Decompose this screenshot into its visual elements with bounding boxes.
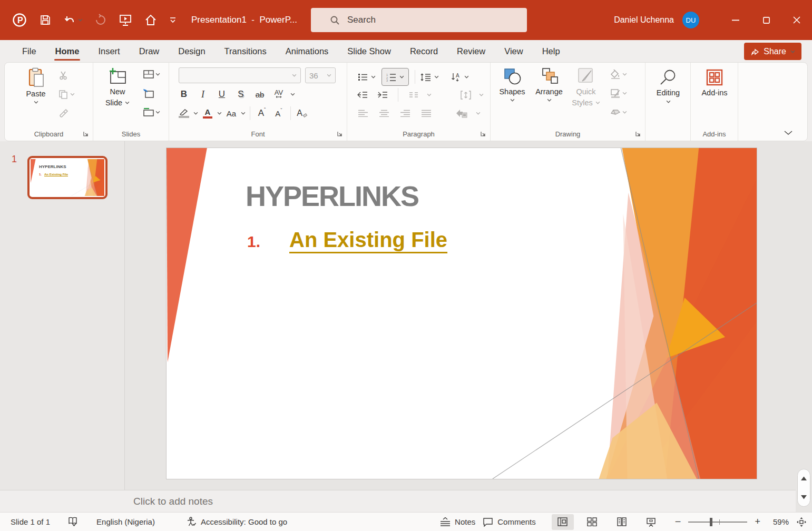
fit-slide-to-window-button[interactable] [796,517,807,527]
powerpoint-logo-icon[interactable]: P [12,12,27,28]
slide-hyperlink[interactable]: An Existing File [289,228,447,252]
align-text-button[interactable] [459,88,473,101]
tab-review[interactable]: Review [449,40,493,62]
tab-transitions[interactable]: Transitions [217,40,274,62]
shape-effects-button[interactable] [609,106,622,119]
increase-indent-button[interactable] [376,88,389,101]
undo-button[interactable] [63,14,83,26]
slideshow-view-button[interactable] [640,514,662,530]
copy-button[interactable] [56,88,70,101]
tab-slide-show[interactable]: Slide Show [340,40,398,62]
minimize-button[interactable] [720,0,751,40]
font-dialog-launcher-icon[interactable] [337,131,343,137]
text-direction-chevron-icon[interactable] [464,75,469,78]
share-button[interactable]: Share [744,43,801,60]
bold-button[interactable]: B [177,87,191,102]
tab-design[interactable]: Design [171,40,212,62]
font-color-chevron-icon[interactable] [217,112,222,115]
user-name[interactable]: Daniel Uchenna [614,15,674,25]
zoom-out-button[interactable]: − [675,516,681,528]
slide-indicator[interactable]: Slide 1 of 1 [11,517,50,526]
section-button[interactable] [142,106,155,119]
reset-slide-button[interactable] [142,87,155,100]
home-icon[interactable] [144,13,158,27]
increase-font-size-button[interactable]: Aˆ [255,106,269,121]
shape-fill-button[interactable] [609,68,622,81]
editing-button[interactable]: Editing [652,64,684,103]
slide-thumbnail[interactable]: HYPERLINKS 1. An Existing File [27,156,107,199]
layout-chevron-icon[interactable] [155,73,160,76]
paragraph-dialog-launcher-icon[interactable] [480,131,486,137]
notes-toggle-button[interactable]: Notes [440,517,475,526]
smartart-chevron-icon[interactable] [476,112,481,115]
paste-button[interactable]: Paste [19,63,52,104]
accessibility-checker[interactable]: Accessibility: Good to go [187,517,287,527]
normal-view-button[interactable] [552,514,574,530]
copy-chevron-icon[interactable] [70,93,75,96]
text-direction-button[interactable]: A [449,71,463,83]
zoom-slider-handle[interactable] [710,518,712,526]
align-center-button[interactable] [377,107,390,120]
spellcheck-button[interactable] [68,517,79,527]
shape-effects-chevron-icon[interactable] [622,111,627,114]
shape-fill-chevron-icon[interactable] [622,73,627,76]
close-button[interactable] [781,0,812,40]
shape-outline-button[interactable] [609,87,622,100]
notes-placeholder[interactable]: Click to add notes [133,496,213,507]
italic-button[interactable]: I [195,87,210,102]
clipboard-dialog-launcher-icon[interactable] [83,131,89,137]
vertical-scrollbar[interactable] [796,141,812,512]
font-name-combobox[interactable] [179,67,301,83]
avatar[interactable]: DU [682,12,699,28]
arrange-button[interactable]: Arrange [532,63,566,102]
bullets-button[interactable] [356,71,369,83]
align-text-chevron-icon[interactable] [479,93,484,96]
tab-home[interactable]: Home [48,40,87,62]
tab-file[interactable]: File [15,40,44,62]
character-spacing-chevron-icon[interactable] [290,93,295,96]
zoom-in-button[interactable]: + [755,516,760,527]
notes-pane[interactable]: Click to add notes [0,490,796,512]
zoom-slider[interactable] [688,518,747,526]
convert-to-smartart-button[interactable] [455,107,468,120]
language-indicator[interactable]: English (Nigeria) [96,517,155,526]
character-spacing-button[interactable]: AV [271,87,286,102]
section-chevron-icon[interactable] [155,111,160,114]
align-left-button[interactable] [356,107,369,120]
clear-formatting-button[interactable]: A [295,106,310,121]
highlight-chevron-icon[interactable] [193,112,198,115]
cut-button[interactable] [56,69,70,82]
shapes-button[interactable]: Shapes [496,63,529,102]
text-shadow-button[interactable]: S [233,87,248,102]
justify-button[interactable] [419,107,433,120]
quick-styles-button[interactable]: Quick Styles [569,63,603,107]
comments-button[interactable]: Comments [483,517,536,527]
slide-sorter-view-button[interactable] [581,514,603,530]
zoom-level[interactable]: 59% [768,517,789,526]
columns-button[interactable] [407,88,420,101]
collapse-ribbon-icon[interactable] [784,131,793,135]
decrease-font-size-button[interactable]: Aˇ [271,106,286,121]
addins-button[interactable]: Add-ins [698,64,731,97]
maximize-button[interactable] [751,0,781,40]
strikethrough-button[interactable]: ab [252,87,267,102]
tab-help[interactable]: Help [535,40,568,62]
customize-toolbar-icon[interactable] [169,17,177,23]
highlight-color-button[interactable] [177,106,191,121]
drawing-dialog-launcher-icon[interactable] [635,131,641,137]
align-right-button[interactable] [398,107,412,120]
change-case-button[interactable]: Aa [224,106,239,121]
redo-icon[interactable] [94,14,107,26]
decrease-indent-button[interactable] [356,88,369,101]
reading-view-button[interactable] [611,514,633,530]
slide-layout-button[interactable] [142,68,155,81]
font-size-combobox[interactable]: 36 [305,67,336,83]
slide-canvas[interactable]: HYPERLINKS 1. An Existing File [166,148,757,479]
tab-animations[interactable]: Animations [278,40,336,62]
bullets-chevron-icon[interactable] [371,75,376,78]
tab-draw[interactable]: Draw [132,40,167,62]
shape-outline-chevron-icon[interactable] [622,92,627,95]
line-spacing-button[interactable] [419,71,433,83]
save-icon[interactable] [39,14,52,26]
columns-chevron-icon[interactable] [427,93,432,96]
